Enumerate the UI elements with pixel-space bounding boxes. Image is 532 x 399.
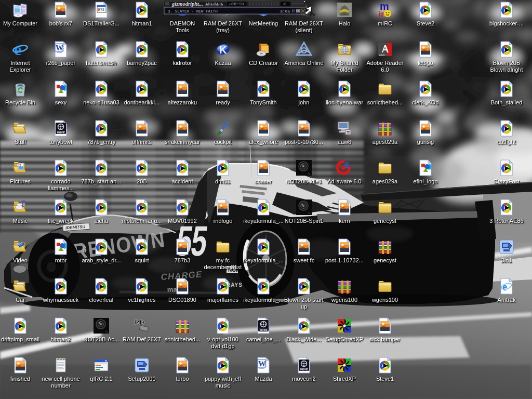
svg-text:3:05: 3:05 bbox=[280, 9, 290, 14]
svg-text:3. SLAYER - NEW FAITH: 3. SLAYER - NEW FAITH bbox=[168, 9, 218, 14]
svg-text:-08:51: -08:51 bbox=[229, 2, 245, 6]
svg-text:<: < bbox=[283, 2, 286, 7]
svg-text:gizmodripht...: gizmodripht... bbox=[171, 1, 203, 7]
